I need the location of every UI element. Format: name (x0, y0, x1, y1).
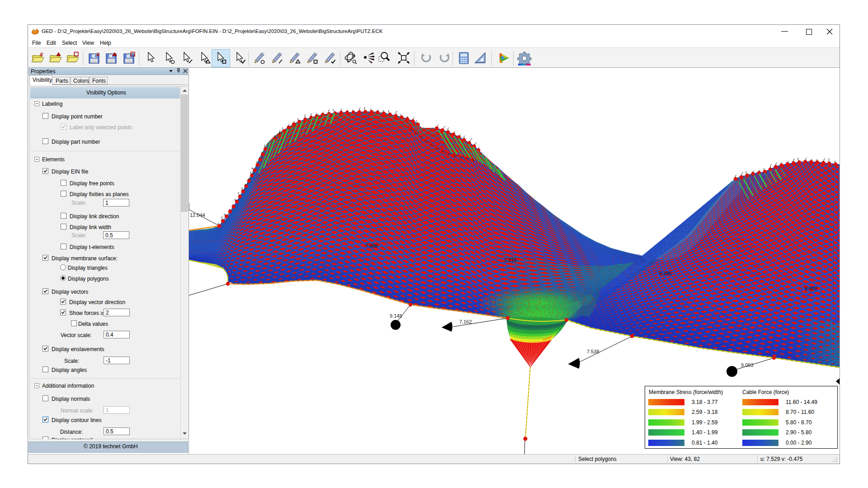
svg-text:#: # (96, 51, 100, 58)
svg-text:#: # (40, 51, 43, 58)
